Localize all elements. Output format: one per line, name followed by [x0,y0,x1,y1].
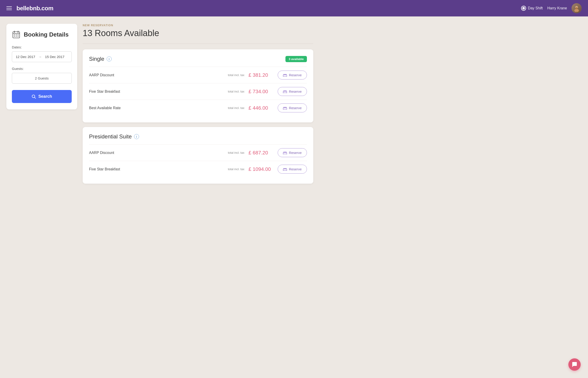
info-icon-single[interactable]: i [107,56,112,61]
room-type-presidential: Presidential Suite i [89,133,139,140]
reserve-label-pres-1: Reserve [289,167,302,171]
rate-name-single-1: Five Star Breakfast [89,90,139,94]
rate-row-single-1: Five Star Breakfast total incl. tax £ 73… [89,83,307,100]
room-card-single: Single i 3 available AARP Discount total… [83,49,313,122]
rate-label-single-2: total incl. tax [228,106,244,110]
hamburger-menu-button[interactable] [6,6,12,10]
bed-icon-single-0 [283,74,287,77]
reserve-label-single-1: Reserve [289,90,302,94]
reserve-button-single-1[interactable]: Reserve [278,87,307,96]
user-name: Harry Krane [547,6,567,10]
reserve-button-single-0[interactable]: Reserve [278,71,307,80]
content-area: NEW RESERVATION 13 Rooms Available Singl… [83,24,313,188]
rate-price-single-0: £ 381.20 [248,72,274,78]
chat-fab-button[interactable] [568,358,581,371]
guests-label: Guests: [12,67,72,71]
rate-label-single-0: total incl. tax [228,73,244,77]
search-button[interactable]: Search [12,90,72,103]
booking-details-card: Booking Details Dates: 12 Dec 2017 → 15 … [6,24,77,109]
page-subtitle: NEW RESERVATION [83,24,313,27]
svg-line-7 [524,7,525,7]
room-name-presidential: Presidential Suite [89,133,132,140]
bed-icon-pres-0 [283,151,287,154]
divider [83,44,313,44]
rate-name-single-0: AARP Discount [89,73,139,77]
rate-row-single-2: Best Available Rate total incl. tax £ 44… [89,100,307,116]
main-layout: Booking Details Dates: 12 Dec 2017 → 15 … [0,16,320,196]
rate-label-pres-1: total incl. tax [228,167,244,171]
reserve-label-pres-0: Reserve [289,151,302,155]
rate-price-single-1: £ 734.00 [248,89,274,94]
user-avatar[interactable] [572,3,582,13]
search-icon [31,94,36,99]
rate-name-single-2: Best Available Rate [89,106,139,110]
sun-icon [521,6,526,11]
guests-input[interactable]: 2 Guests [12,73,72,84]
room-card-single-header: Single i 3 available [89,56,307,62]
bed-icon-pres-1 [283,168,287,171]
reserve-button-single-2[interactable]: Reserve [278,104,307,112]
svg-rect-20 [16,36,17,37]
svg-line-5 [522,7,523,7]
svg-rect-18 [18,35,18,35]
header: bellebnb.com Day Shift Harry Krane [0,0,588,16]
rate-price-area-pres-1: total incl. tax £ 1094.00 Reserve [228,165,307,174]
chat-icon [572,362,577,367]
brand-logo: bellebnb.com [16,5,53,12]
reserve-button-pres-1[interactable]: Reserve [278,165,307,174]
svg-line-23 [35,97,36,98]
svg-point-10 [574,9,579,12]
reserve-label-single-0: Reserve [289,73,302,77]
svg-point-0 [523,8,524,9]
rate-price-area-single-0: total incl. tax £ 381.20 Reserve [228,71,307,80]
rate-row-pres-1: Five Star Breakfast total incl. tax £ 10… [89,161,307,177]
date-arrow-icon: → [38,55,42,59]
rate-price-area-single-2: total incl. tax £ 446.00 Reserve [228,104,307,112]
rate-price-single-2: £ 446.00 [248,105,274,111]
shift-label: Day Shift [528,6,543,10]
avatar-image [572,3,582,13]
bed-icon-single-2 [283,107,287,110]
svg-point-11 [575,7,578,9]
rate-label-single-1: total incl. tax [228,90,244,93]
booking-details-title: Booking Details [24,31,68,38]
date-from: 12 Dec 2017 [16,55,35,59]
bed-icon-single-1 [283,90,287,93]
reserve-button-pres-0[interactable]: Reserve [278,148,307,157]
search-button-label: Search [38,94,52,99]
room-card-presidential-header: Presidential Suite i [89,133,307,140]
card-title-row: Booking Details [12,30,72,39]
rate-price-pres-1: £ 1094.00 [248,166,274,172]
rate-row-single-0: AARP Discount total incl. tax £ 381.20 R… [89,67,307,83]
header-right: Day Shift Harry Krane [521,3,582,13]
dates-label: Dates: [12,45,72,49]
rate-price-area-pres-0: total incl. tax £ 687.20 Reserve [228,148,307,157]
room-name-single: Single [89,56,104,62]
svg-rect-17 [16,35,17,35]
day-shift-button[interactable]: Day Shift [521,6,543,11]
svg-line-6 [524,9,525,10]
calendar-icon [12,30,21,39]
svg-rect-21 [18,36,18,37]
svg-line-8 [522,9,523,10]
rate-label-pres-0: total incl. tax [228,151,244,154]
rate-price-pres-0: £ 687.20 [248,150,274,156]
header-left: bellebnb.com [6,5,53,12]
rate-name-pres-1: Five Star Breakfast [89,167,139,171]
available-badge-single: 3 available [285,56,307,62]
room-card-presidential: Presidential Suite i AARP Discount total… [83,127,313,184]
svg-rect-16 [14,35,15,35]
svg-rect-19 [14,36,15,37]
info-icon-presidential[interactable]: i [134,134,139,139]
rate-price-area-single-1: total incl. tax £ 734.00 Reserve [228,87,307,96]
date-to: 15 Dec 2017 [45,55,64,59]
rate-row-pres-0: AARP Discount total incl. tax £ 687.20 R… [89,144,307,161]
room-type-single: Single i [89,56,112,62]
date-range-input[interactable]: 12 Dec 2017 → 15 Dec 2017 [12,51,72,62]
rate-name-pres-0: AARP Discount [89,151,139,155]
reserve-label-single-2: Reserve [289,106,302,110]
page-title: 13 Rooms Available [83,28,313,38]
